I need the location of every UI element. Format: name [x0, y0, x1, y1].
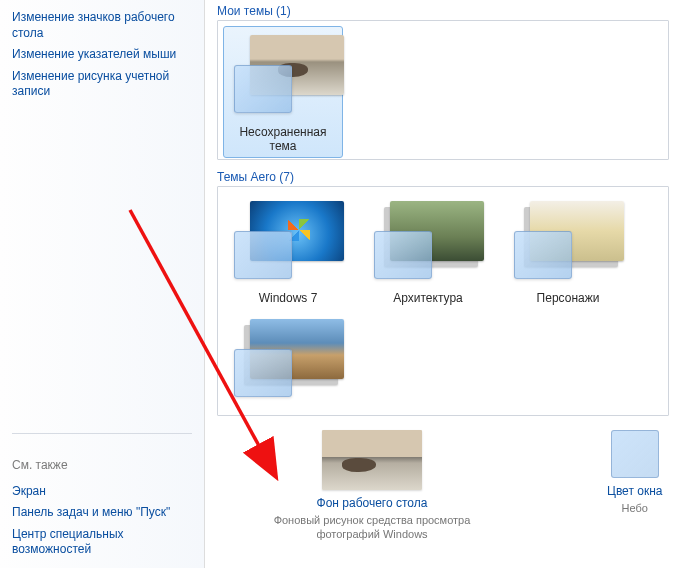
- theme-label: Windows 7: [228, 291, 348, 305]
- theme-thumb: [368, 197, 488, 287]
- link-change-mouse-pointers[interactable]: Изменение указателей мыши: [12, 47, 192, 63]
- sidebar-top-links: Изменение значков рабочего стола Изменен…: [12, 4, 192, 106]
- window-color-link[interactable]: Цвет окна: [607, 484, 662, 498]
- theme-label: Персонажи: [508, 291, 628, 305]
- theme-thumb: [228, 31, 348, 121]
- theme-label: Несохраненная тема: [228, 125, 338, 153]
- window-color-preview: [234, 349, 292, 397]
- theme-item-windows7[interactable]: Windows 7: [228, 197, 348, 305]
- wallpaper-thumb: [322, 430, 422, 490]
- window-color-preview: [514, 231, 572, 279]
- sidebar: Изменение значков рабочего стола Изменен…: [0, 0, 205, 568]
- wallpaper-link[interactable]: Фон рабочего стола: [257, 496, 487, 510]
- window-color-thumb: [611, 430, 659, 478]
- section-box-my-themes: Несохраненная тема: [217, 20, 669, 160]
- see-also-label: См. также: [12, 458, 192, 472]
- link-display[interactable]: Экран: [12, 484, 192, 500]
- section-aero-themes: Темы Aero (7) Windows 7 Архитектура: [217, 170, 669, 416]
- bottom-wallpaper[interactable]: Фон рабочего стола Фоновый рисунок средс…: [257, 430, 487, 542]
- section-my-themes: Мои темы (1) Несохраненная тема: [217, 4, 669, 160]
- theme-thumb: [508, 197, 628, 287]
- theme-thumb: [228, 315, 348, 405]
- window-color-preview: [234, 65, 292, 113]
- wallpaper-description: Фоновый рисунок средства просмотра фотог…: [257, 514, 487, 542]
- theme-item-unsaved[interactable]: Несохраненная тема: [223, 26, 343, 158]
- theme-item-characters[interactable]: Персонажи: [508, 197, 628, 305]
- link-change-desktop-icons[interactable]: Изменение значков рабочего стола: [12, 10, 192, 41]
- sidebar-bottom-links: Экран Панель задач и меню "Пуск" Центр с…: [12, 478, 192, 564]
- link-change-account-picture[interactable]: Изменение рисунка учетной записи: [12, 69, 192, 100]
- theme-thumb: [228, 197, 348, 287]
- window-color-preview: [374, 231, 432, 279]
- theme-item-landscapes[interactable]: [228, 315, 348, 409]
- theme-label: Архитектура: [368, 291, 488, 305]
- main-panel: Мои темы (1) Несохраненная тема Темы Aer…: [205, 0, 681, 568]
- theme-item-architecture[interactable]: Архитектура: [368, 197, 488, 305]
- section-header-aero-themes: Темы Aero (7): [217, 170, 669, 184]
- bottom-window-color[interactable]: Цвет окна Небо: [607, 430, 662, 516]
- window-color-preview: [234, 231, 292, 279]
- bottom-settings: Фон рабочего стола Фоновый рисунок средс…: [217, 430, 669, 542]
- link-ease-of-access[interactable]: Центр специальных возможностей: [12, 527, 192, 558]
- link-taskbar-startmenu[interactable]: Панель задач и меню "Пуск": [12, 505, 192, 521]
- section-box-aero-themes: Windows 7 Архитектура: [217, 186, 669, 416]
- section-header-my-themes: Мои темы (1): [217, 4, 669, 18]
- window-color-description: Небо: [607, 502, 662, 516]
- sidebar-divider: [12, 433, 192, 434]
